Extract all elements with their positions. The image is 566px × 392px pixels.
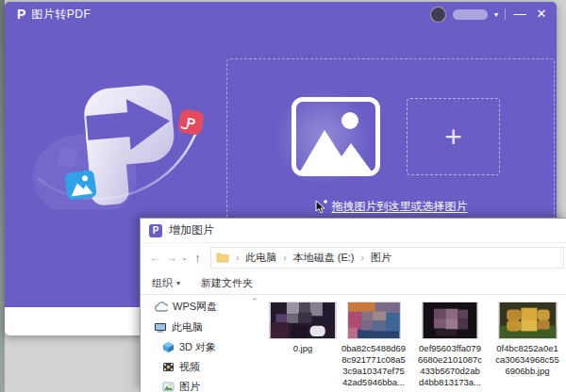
sidebar-label: 3D 对象 bbox=[179, 340, 216, 354]
new-folder-button[interactable]: 新建文件夹 bbox=[201, 276, 253, 290]
3d-object-icon bbox=[162, 341, 175, 353]
plus-icon: + bbox=[444, 120, 462, 155]
dialog-body: ⌃ WPS网盘 此电脑 bbox=[141, 295, 566, 392]
file-thumbnail bbox=[422, 302, 478, 339]
file-name: 0ba82c5488d69 8c921771c08a5 3c9a10347ef7… bbox=[332, 343, 415, 388]
file-thumbnail bbox=[347, 302, 401, 339]
history-caret-icon[interactable]: ⌄ bbox=[179, 253, 190, 262]
dropzone-hint-label[interactable]: 拖拽图片到这里或选择图片 bbox=[332, 199, 468, 215]
dialog-navbar: ← → ⌄ ↑ › 此电脑 › 本地磁盘 (E:) › 图片 bbox=[141, 242, 566, 271]
video-icon bbox=[162, 362, 175, 372]
p-logo-illustration: P bbox=[28, 73, 217, 209]
dialog-title: 增加图片 bbox=[169, 222, 214, 238]
dropzone[interactable]: + 拖拽图片到这里或选择图片 bbox=[226, 58, 555, 226]
nav-pane: ⌃ WPS网盘 此电脑 bbox=[141, 295, 263, 392]
add-images-dialog: P 增加图片 ← → ⌄ ↑ › 此电脑 › 本地磁盘 (E:) › 图片 组织 bbox=[140, 218, 566, 392]
breadcrumb-separator: › bbox=[280, 253, 289, 263]
organize-caret-icon: ▾ bbox=[176, 279, 180, 287]
forward-icon[interactable]: → bbox=[163, 251, 179, 265]
close-button[interactable]: ✕ bbox=[534, 2, 549, 26]
dialog-toolbar: 组织 ▾ 新建文件夹 bbox=[141, 271, 566, 295]
file-item[interactable]: 0ba82c5488d69 8c921771c08a5 3c9a10347ef7… bbox=[332, 302, 415, 388]
organize-label: 组织 bbox=[152, 276, 173, 290]
screen: P 图片转PDF ▾ — ✕ bbox=[0, 0, 566, 392]
sidebar-item-pictures[interactable]: 图片 bbox=[162, 380, 200, 392]
file-item[interactable]: 0ef95603ffa079 6680e2101087c 433b5670d2a… bbox=[408, 302, 491, 388]
dropzone-hint[interactable]: 拖拽图片到这里或选择图片 bbox=[227, 199, 554, 215]
breadcrumb-drive-e[interactable]: 本地磁盘 (E:) bbox=[293, 251, 355, 265]
breadcrumb-this-pc[interactable]: 此电脑 bbox=[245, 251, 276, 265]
back-icon[interactable]: ← bbox=[147, 251, 163, 265]
titlebar-divider bbox=[505, 8, 506, 20]
breadcrumb-separator: › bbox=[233, 253, 241, 263]
sidebar-label: 此电脑 bbox=[172, 320, 203, 335]
app-titlebar: P 图片转PDF ▾ — ✕ bbox=[5, 2, 557, 26]
add-image-tile[interactable]: + bbox=[407, 98, 500, 175]
file-thumbnail bbox=[269, 302, 337, 339]
sidebar-label: 图片 bbox=[179, 380, 200, 392]
file-thumbnail bbox=[498, 302, 558, 339]
desktop-edge-right bbox=[557, 0, 566, 226]
cursor-icon bbox=[314, 200, 327, 214]
dialog-titlebar: P 增加图片 bbox=[141, 219, 566, 242]
app-logo-icon: P bbox=[17, 7, 25, 22]
file-name: 0f4bc8252a0e1 ca30634968c55 6906bb.jpg bbox=[486, 343, 566, 377]
dialog-logo-icon: P bbox=[149, 224, 162, 237]
username-pill[interactable] bbox=[453, 9, 488, 20]
app-title: 图片转PDF bbox=[31, 7, 91, 23]
address-bar[interactable]: › 此电脑 › 本地磁盘 (E:) › 图片 bbox=[210, 247, 564, 269]
folder-icon bbox=[216, 252, 229, 263]
file-name: 0ef95603ffa079 6680e2101087c 433b5670d2a… bbox=[408, 343, 491, 388]
pictures-icon bbox=[162, 382, 175, 392]
sidebar-item-videos[interactable]: 视频 bbox=[162, 360, 200, 374]
cloud-icon bbox=[155, 302, 168, 312]
image-badge-icon bbox=[64, 170, 97, 201]
sidebar-item-this-pc[interactable]: 此电脑 bbox=[154, 320, 203, 335]
scroll-up-icon[interactable]: ⌃ bbox=[251, 297, 258, 306]
organize-button[interactable]: 组织 ▾ bbox=[152, 276, 180, 290]
breadcrumb-pictures[interactable]: 图片 bbox=[371, 251, 391, 265]
image-placeholder-icon bbox=[291, 97, 380, 176]
pdf-badge-icon: P bbox=[177, 108, 205, 136]
file-item[interactable]: 0f4bc8252a0e1 ca30634968c55 6906bb.jpg bbox=[486, 302, 566, 377]
user-avatar[interactable] bbox=[430, 7, 446, 23]
computer-icon bbox=[154, 322, 167, 334]
sidebar-label: WPS网盘 bbox=[173, 300, 217, 314]
minimize-button[interactable]: — bbox=[512, 2, 527, 26]
breadcrumb-separator: › bbox=[358, 253, 366, 263]
user-menu-caret-icon[interactable]: ▾ bbox=[494, 10, 498, 19]
sidebar-item-wps-cloud[interactable]: WPS网盘 bbox=[155, 300, 217, 314]
sidebar-item-3d-objects[interactable]: 3D 对象 bbox=[162, 340, 216, 354]
sidebar-label: 视频 bbox=[179, 360, 200, 374]
up-icon[interactable]: ↑ bbox=[190, 251, 206, 265]
